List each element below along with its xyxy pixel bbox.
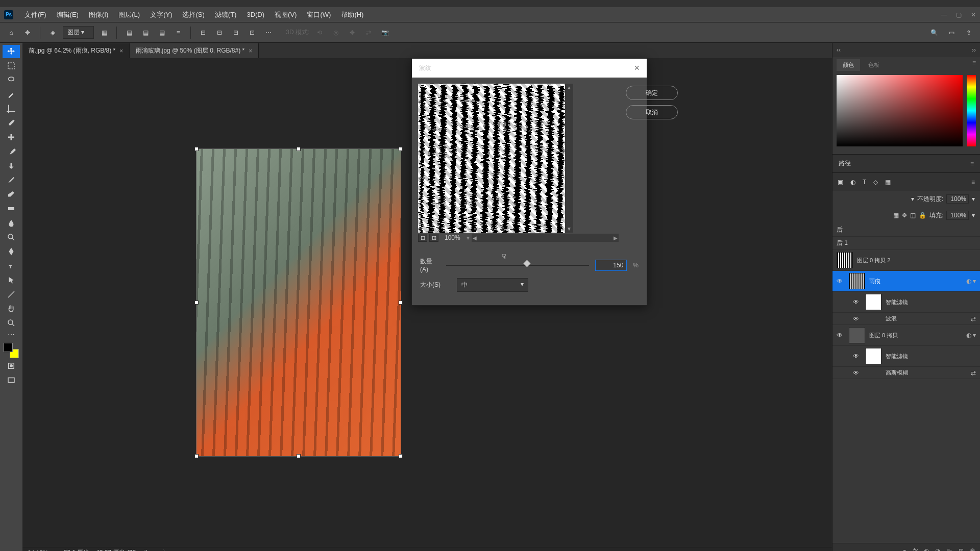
maximize-icon[interactable]: ▢ xyxy=(956,11,962,18)
panel-menu-icon[interactable]: ≡ xyxy=(972,59,976,71)
dialog-close-icon[interactable]: × xyxy=(634,63,640,73)
magic-wand-tool[interactable] xyxy=(3,88,20,101)
transform-handle[interactable] xyxy=(297,147,301,151)
transform-handle[interactable] xyxy=(399,300,403,305)
filter-name[interactable]: 高斯模糊 xyxy=(865,369,967,377)
tool-overflow[interactable]: ⋯ xyxy=(8,331,15,339)
smart-filter-row[interactable]: 👁 智能滤镜 xyxy=(832,346,980,367)
move-tool-icon[interactable]: ✥ xyxy=(21,27,34,39)
filter-preview[interactable] xyxy=(418,84,565,233)
status-chevron-icon[interactable]: 〉 xyxy=(163,548,169,551)
menu-3d[interactable]: 3D(D) xyxy=(241,11,270,18)
share-icon[interactable]: ⇪ xyxy=(963,27,975,39)
paths-tab[interactable]: 路径 xyxy=(839,159,851,168)
new-layer-icon[interactable]: ⊞ xyxy=(959,547,964,552)
transform-handle[interactable] xyxy=(194,300,199,305)
zoom-tool[interactable] xyxy=(3,316,20,330)
workspace-icon[interactable]: ▭ xyxy=(945,27,958,39)
pixel-adjust-icon[interactable]: ▦ xyxy=(885,179,891,186)
menu-layer[interactable]: 图层(L) xyxy=(113,10,145,19)
blur-tool[interactable] xyxy=(3,216,20,230)
adjustment-layer-icon[interactable]: ◑ xyxy=(935,547,940,552)
healing-tool[interactable] xyxy=(3,131,20,144)
align-top-icon[interactable]: ≡ xyxy=(172,27,184,39)
history-brush-tool[interactable] xyxy=(3,173,20,187)
canvas[interactable] xyxy=(196,148,401,457)
layer-thumbnail[interactable] xyxy=(837,252,853,268)
filter-entry-row[interactable]: 👁 波浪 ⇄ xyxy=(832,313,980,325)
transform-handle[interactable] xyxy=(194,147,199,151)
visibility-eye-icon[interactable]: 👁 xyxy=(837,332,845,339)
visibility-eye-icon[interactable]: 👁 xyxy=(837,278,845,285)
scroll-right-icon[interactable]: ▶ xyxy=(614,235,618,241)
smart-filter-badge-icon[interactable]: ◐ ▾ xyxy=(966,332,976,339)
home-icon[interactable]: ⌂ xyxy=(5,27,17,39)
cancel-button[interactable]: 取消 xyxy=(626,105,678,119)
panel-menu-icon[interactable]: ≡ xyxy=(970,160,974,167)
path-select-tool[interactable] xyxy=(3,273,20,287)
smart-filter-row[interactable]: 👁 智能滤镜 xyxy=(832,292,980,313)
scroll-up-icon[interactable]: ▲ xyxy=(567,85,572,90)
menu-type[interactable]: 文字(Y) xyxy=(145,10,177,19)
tab-2[interactable]: 雨滴玻璃.jpg @ 50% (图层 0, RGB/8#) *× xyxy=(130,43,259,58)
zoom-out-button[interactable]: ⊟ xyxy=(418,234,427,242)
preview-vscroll[interactable]: ▲▼ xyxy=(565,84,573,233)
move-tool[interactable] xyxy=(3,45,20,58)
scroll-down-icon[interactable]: ▼ xyxy=(567,226,572,232)
collapse-chevron-icon[interactable]: ‹‹ xyxy=(837,46,841,54)
color-picker-square[interactable] xyxy=(837,75,963,146)
align-left-icon[interactable]: ▤ xyxy=(123,27,135,39)
link-layers-icon[interactable]: ⚭ xyxy=(902,547,907,552)
layer-fx-icon[interactable]: fx xyxy=(913,547,918,552)
opacity-value[interactable]: 100% xyxy=(946,194,969,204)
color-tab[interactable]: 颜色 xyxy=(837,59,860,71)
menu-help[interactable]: 帮助(H) xyxy=(336,10,369,19)
type-adjust-icon[interactable]: T xyxy=(863,179,866,186)
menu-window[interactable]: 窗口(W) xyxy=(302,10,336,19)
delete-layer-icon[interactable]: 🗑 xyxy=(970,547,976,552)
gradient-tool[interactable] xyxy=(3,202,20,215)
filter-settings-icon[interactable]: ⇄ xyxy=(971,369,976,377)
transform-handle[interactable] xyxy=(194,454,199,458)
lock-transparent-icon[interactable]: ▦ xyxy=(893,212,899,219)
screen-mode-icon[interactable] xyxy=(3,373,20,387)
crop-tool[interactable] xyxy=(3,102,20,115)
layer-row[interactable]: 👁 图层 0 拷贝 ◐ ▾ xyxy=(832,325,980,346)
type-tool[interactable]: T xyxy=(3,259,20,272)
menu-view[interactable]: 视图(V) xyxy=(270,10,302,19)
transform-handle[interactable] xyxy=(297,454,301,458)
shape-adjust-icon[interactable]: ◇ xyxy=(873,179,878,186)
auto-select-icon[interactable]: ◈ xyxy=(46,27,59,39)
distribute-3-icon[interactable]: ⊟ xyxy=(230,27,242,39)
more-icon[interactable]: ⋯ xyxy=(262,27,275,39)
align-center-icon[interactable]: ▤ xyxy=(139,27,152,39)
align-right-icon[interactable]: ▤ xyxy=(156,27,168,39)
line-tool[interactable] xyxy=(3,288,20,301)
ok-button[interactable]: 确定 xyxy=(626,86,678,100)
zoom-value[interactable]: 100% xyxy=(440,234,464,241)
minimize-icon[interactable]: — xyxy=(941,11,947,18)
amount-slider[interactable] xyxy=(446,265,589,266)
visibility-eye-icon[interactable]: 👁 xyxy=(853,298,861,306)
layer-name[interactable]: 雨痕 xyxy=(869,278,962,285)
layer-name[interactable]: 图层 0 拷贝 xyxy=(869,332,962,339)
layer-group-row[interactable]: 后 xyxy=(832,223,980,237)
search-icon[interactable]: 🔍 xyxy=(928,27,940,39)
filter-settings-icon[interactable]: ⇄ xyxy=(971,315,976,322)
menu-select[interactable]: 选择(S) xyxy=(177,10,209,19)
pen-tool[interactable] xyxy=(3,245,20,258)
quick-mask-icon[interactable] xyxy=(3,359,20,372)
filter-mask-thumbnail[interactable] xyxy=(865,294,881,310)
amount-input[interactable] xyxy=(595,260,627,271)
dodge-tool[interactable] xyxy=(3,231,20,244)
distribute-4-icon[interactable]: ⊡ xyxy=(246,27,258,39)
hue-slider[interactable] xyxy=(967,75,976,146)
marquee-tool[interactable] xyxy=(3,59,20,72)
layer-row[interactable]: 图层 0 拷贝 2 xyxy=(832,250,980,271)
size-select[interactable]: 中▾ xyxy=(457,278,528,292)
layer-mask-icon[interactable]: ◐ xyxy=(924,547,929,552)
blend-mode-dropdown[interactable]: ▾ xyxy=(911,195,914,203)
lasso-tool[interactable] xyxy=(3,73,20,87)
expand-chevron-icon[interactable]: ›› xyxy=(972,46,976,54)
tab-2-close-icon[interactable]: × xyxy=(249,47,252,55)
